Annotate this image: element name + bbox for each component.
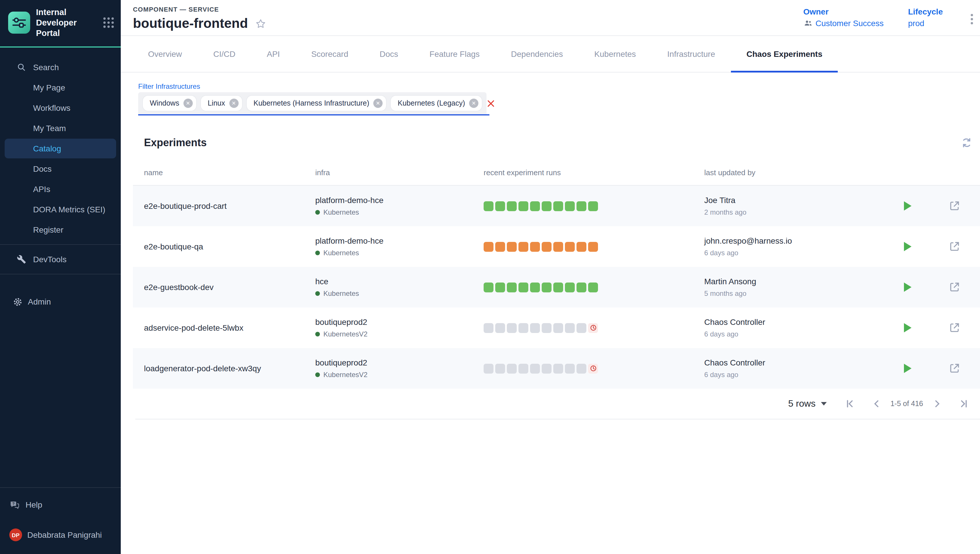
run-passed-square [530,201,540,211]
run-passed-square [519,201,528,211]
first-page-icon[interactable] [841,396,858,412]
help-chat-icon: ? [9,499,20,510]
previous-page-icon[interactable] [868,396,884,412]
tab-dependencies[interactable]: Dependencies [495,36,579,72]
tab-api[interactable]: API [251,36,295,72]
experiment-row[interactable]: adservice-pod-delete-5lwbx boutiqueprod2… [133,307,980,348]
run-passed-square [507,201,517,211]
run-experiment-button[interactable] [904,242,911,251]
updated-when: 5 months ago [704,290,877,298]
experiment-row[interactable]: loadgenerator-pod-delete-xw3qy boutiquep… [133,348,980,388]
run-experiment-button[interactable] [904,323,911,333]
tab-scorecard[interactable]: Scorecard [295,36,364,72]
run-experiment-button[interactable] [904,201,911,210]
run-passed-square [484,282,493,292]
run-pending-square [530,323,540,333]
sidebar-item-devtools[interactable]: DevTools [5,250,116,269]
sidebar-item-search[interactable]: Search [5,58,116,78]
filter-input[interactable]: Windows ✕ Linux ✕ Kubernetes (Harness In… [138,92,489,115]
experiment-name: adservice-pod-delete-5lwbx [133,323,304,333]
experiment-row[interactable]: e2e-boutique-prod-cart platform-demo-hce… [133,186,980,226]
sidebar-item-dora-metrics[interactable]: DORA Metrics (SEI) [5,200,116,220]
run-pending-square [542,323,552,333]
open-experiment-icon[interactable] [948,281,961,293]
open-experiment-icon[interactable] [948,240,961,253]
chip-remove-icon[interactable]: ✕ [183,99,192,108]
help-button[interactable]: ? Help [0,495,121,514]
column-header-recent-runs: recent experiment runs [472,168,693,177]
clear-filter-icon[interactable] [487,92,495,114]
sidebar-item-catalog[interactable]: Catalog [5,139,116,159]
tab-cicd[interactable]: CI/CD [198,36,251,72]
lifecycle-value: prod [908,19,943,28]
run-pending-square [507,323,517,333]
sidebar-item-workflows[interactable]: Workflows [5,98,116,118]
run-pending-square [495,363,505,373]
run-failed-square [484,242,493,252]
next-page-icon[interactable] [929,396,945,412]
tab-overview[interactable]: Overview [132,36,198,72]
sidebar-item-register[interactable]: Register [5,220,116,240]
column-header-last-updated: last updated by [693,168,877,177]
run-queued-square [588,323,598,333]
filter-chip: Windows ✕ [143,96,196,111]
refresh-icon[interactable] [960,136,973,149]
run-experiment-button[interactable] [904,364,911,373]
open-experiment-icon[interactable] [948,362,961,375]
tab-kubernetes[interactable]: Kubernetes [579,36,651,72]
favorite-star-icon[interactable] [255,18,267,29]
open-experiment-icon[interactable] [948,322,961,334]
run-passed-square [495,282,505,292]
lifecycle-block: Lifecycle prod [908,7,943,28]
run-failed-square [542,242,552,252]
sidebar-item-label: My Team [33,124,66,133]
run-failed-square [565,242,575,252]
sidebar-item-label: DevTools [33,255,67,264]
run-passed-square [542,282,552,292]
sidebar-item-my-team[interactable]: My Team [5,119,116,138]
owner-link[interactable]: Customer Success [803,19,884,28]
tab-chaos-experiments[interactable]: Chaos Experiments [731,36,838,72]
last-page-icon[interactable] [956,396,972,412]
updated-when: 6 days ago [704,249,877,257]
chip-remove-icon[interactable]: ✕ [373,99,383,108]
run-pending-square [565,323,575,333]
sidebar-item-admin[interactable]: Admin [0,292,121,312]
sidebar-divider [0,245,121,245]
sidebar-nav: Search My Page Workflows My Team Catalog… [0,57,121,279]
tab-feature-flags[interactable]: Feature Flags [414,36,495,72]
run-passed-square [588,201,598,211]
run-experiment-button[interactable] [904,282,911,292]
sidebar-item-label: Docs [33,164,52,174]
sidebar-item-docs[interactable]: Docs [5,159,116,179]
app-root: Internal Developer Portal Search My Page… [0,0,980,554]
open-experiment-icon[interactable] [948,199,961,212]
recent-runs-strip [484,201,693,211]
run-passed-square [553,282,563,292]
filter-chipbox[interactable]: Windows ✕ Linux ✕ Kubernetes (Harness In… [138,92,487,114]
infra-status-dot [315,373,320,377]
run-passed-square [576,282,586,292]
infra-type: KubernetesV2 [323,371,367,379]
run-passed-square [565,282,575,292]
sidebar-item-apis[interactable]: APIs [5,180,116,199]
sidebar-divider [0,274,121,275]
app-switcher-icon[interactable] [102,16,115,29]
tab-infrastructure[interactable]: Infrastructure [652,36,731,72]
chip-remove-icon[interactable]: ✕ [469,99,479,108]
experiment-row[interactable]: e2e-guestbook-dev hce Kubernetes Martin … [133,267,980,307]
run-failed-square [519,242,528,252]
user-avatar: DP [9,529,22,541]
infra-type: Kubernetes [323,249,359,257]
updated-by: Joe Titra [704,196,877,205]
run-pending-square [553,363,563,373]
filter-label: Filter Infrastructures [138,82,200,91]
experiment-row[interactable]: e2e-boutique-qa platform-demo-hce Kubern… [133,226,980,267]
rows-per-page-select[interactable]: 5 rows [788,398,827,409]
chip-remove-icon[interactable]: ✕ [229,99,238,108]
sidebar-item-my-page[interactable]: My Page [5,78,116,98]
tab-docs[interactable]: Docs [364,36,414,72]
kebab-menu-icon[interactable] [967,11,977,26]
user-menu[interactable]: DP Debabrata Panigrahi [0,525,121,545]
updated-by: Martin Ansong [704,277,877,286]
